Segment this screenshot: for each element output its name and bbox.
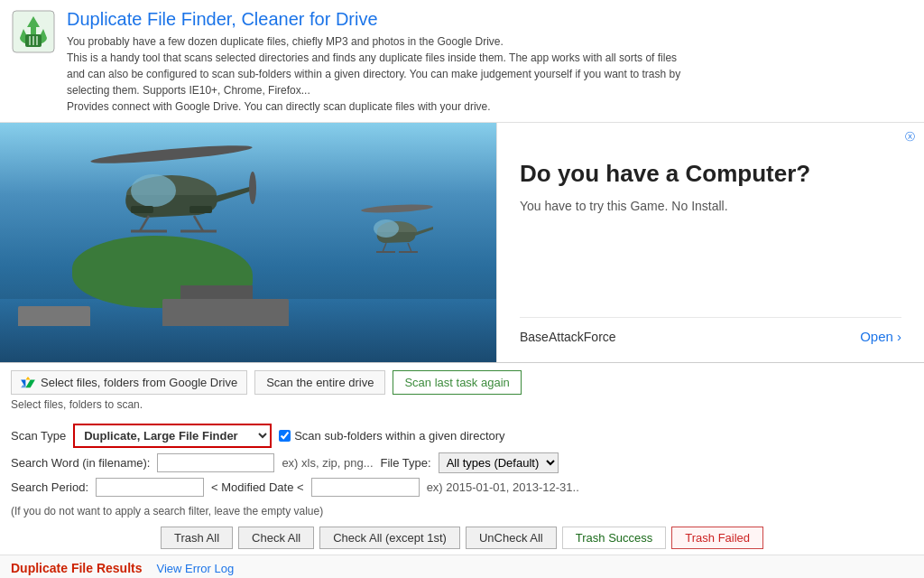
select-label: Select files, folders to scan. (11, 398, 913, 411)
ad-game-image (0, 123, 496, 362)
svg-point-15 (361, 203, 433, 214)
ship-large (162, 299, 289, 326)
google-drive-icon (21, 377, 35, 389)
ad-footer: BaseAttackForce Open › (520, 317, 901, 344)
trash-success-button[interactable]: Trash Success (562, 527, 667, 549)
app-header: Duplicate File Finder, Cleaner for Drive… (0, 0, 924, 122)
error-log-link[interactable]: View Error Log (156, 562, 234, 575)
helicopter-main-svg (72, 141, 271, 267)
scan-type-label: Scan Type (11, 429, 66, 443)
search-period-row: Search Period: < Modified Date < ex) 201… (11, 478, 913, 497)
subfolder-checkbox[interactable] (279, 430, 291, 442)
footer-bar: Duplicate File Results View Error Log (0, 555, 924, 578)
date-hint: ex) 2015-01-01, 2013-12-31.. (427, 480, 579, 494)
scan-controls: Select files, folders from Google Drive … (0, 362, 924, 420)
filter-hint: (If you do not want to apply a search fi… (0, 505, 924, 517)
svg-point-7 (131, 174, 176, 207)
date-to-input[interactable] (311, 478, 420, 497)
svg-rect-14 (189, 206, 212, 213)
scan-type-select[interactable]: Duplicate, Large File Finder Duplicate F… (73, 424, 272, 448)
svg-line-19 (408, 243, 411, 252)
svg-marker-24 (25, 377, 30, 380)
ad-banner: ⓧ Do you have a Computer? You have to tr… (0, 122, 924, 362)
app-title: Duplicate File Finder, Cleaner for Drive (67, 9, 680, 30)
search-period-label: Search Period: (11, 480, 88, 494)
ad-brand-name: BaseAttackForce (520, 330, 616, 344)
results-title: Duplicate File Results (11, 561, 142, 575)
desc-line5: Provides connect with Google Drive. You … (67, 100, 491, 113)
search-word-row: Search Word (in filename): ex) xls, zip,… (11, 452, 913, 473)
scan-buttons-row: Select files, folders from Google Drive … (11, 370, 913, 395)
scan-last-task-button[interactable]: Scan last task again (393, 370, 521, 395)
search-word-input[interactable] (157, 453, 274, 472)
date-from-input[interactable] (96, 478, 204, 497)
uncheck-all-button[interactable]: UnCheck All (466, 527, 557, 549)
search-word-label: Search Word (in filename): (11, 456, 150, 470)
svg-line-9 (140, 216, 149, 231)
ad-open-button[interactable]: Open › (860, 329, 901, 344)
app-icon (11, 9, 56, 54)
desc-line1: You probably have a few dozen duplicate … (67, 35, 504, 48)
subfolder-checkbox-label: Scan sub-folders within a given director… (279, 429, 504, 443)
ad-headline: Do you have a Computer? (520, 159, 901, 190)
svg-line-10 (194, 216, 203, 231)
svg-line-18 (383, 243, 386, 252)
scan-entire-drive-button[interactable]: Scan the entire drive (254, 370, 385, 395)
svg-point-5 (90, 142, 253, 167)
ship-small (18, 306, 90, 326)
google-drive-button[interactable]: Select files, folders from Google Drive (11, 370, 247, 395)
ad-subtext: You have to try this Game. No Install. (520, 199, 901, 213)
desc-line4: selecting them. Supports IE10+, Chrome, … (67, 84, 310, 97)
action-buttons-row: Trash All Check All Check All (except 1s… (0, 523, 924, 555)
search-word-hint: ex) xls, zip, png... (282, 456, 373, 470)
file-type-select[interactable]: All types (Default) Images Videos Audio … (439, 452, 559, 473)
ad-close-icon[interactable]: ⓧ (905, 130, 915, 144)
check-all-button[interactable]: Check All (238, 527, 314, 549)
helicopter-small-svg (352, 200, 442, 263)
desc-line3: and can also be configured to scan sub-f… (67, 68, 680, 80)
modified-date-label: < Modified Date < (211, 480, 304, 494)
svg-point-17 (374, 219, 399, 238)
svg-point-8 (249, 172, 256, 204)
app-description: Duplicate File Finder, Cleaner for Drive… (67, 9, 680, 115)
trash-failed-button[interactable]: Trash Failed (671, 527, 763, 549)
svg-marker-23 (25, 379, 35, 387)
trash-all-button[interactable]: Trash All (161, 527, 233, 549)
scan-type-row: Scan Type Duplicate, Large File Finder D… (11, 424, 913, 448)
ad-text-panel: ⓧ Do you have a Computer? You have to tr… (496, 123, 924, 362)
desc-line2: This is a handy tool that scans selected… (67, 51, 677, 64)
form-area: Scan Type Duplicate, Large File Finder D… (0, 420, 924, 505)
file-type-label: File Type: (381, 456, 431, 470)
check-all-except-button[interactable]: Check All (except 1st) (319, 527, 460, 549)
svg-rect-13 (131, 206, 153, 213)
